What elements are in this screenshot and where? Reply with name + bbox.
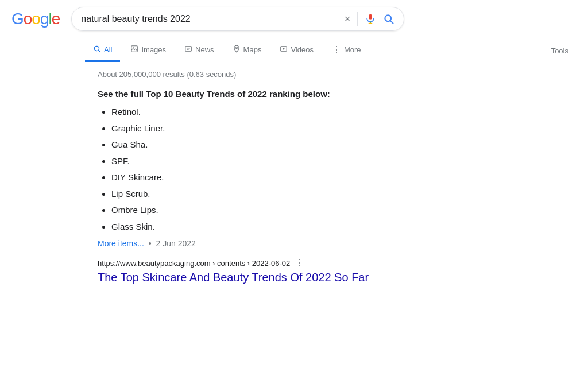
images-icon [130,45,138,55]
list-item: Graphic Liner. [111,122,419,136]
results-area: About 205,000,000 results (0.63 seconds)… [0,63,431,296]
snippet-list: Retinol. Graphic Liner. Gua Sha. SPF. DI… [98,106,419,233]
more-dots-icon: ⋮ [332,44,341,55]
header: Google × [0,0,588,36]
list-item: Retinol. [111,106,419,119]
tab-images-label: Images [141,45,166,54]
tab-videos-label: Videos [291,45,314,54]
snippet-heading: See the full Top 10 Beauty Trends of 202… [98,89,419,99]
results-count: About 205,000,000 results (0.63 seconds) [98,70,419,79]
list-item: Gua Sha. [111,138,419,152]
result-url: https://www.beautypackaging.com › conten… [98,259,290,268]
logo-letter-e: e [52,10,60,28]
svg-marker-13 [283,48,285,50]
svg-line-3 [390,21,393,24]
tab-news-label: News [195,45,214,54]
logo-letter-o2: o [32,10,40,28]
all-icon [93,45,101,55]
logo-letter-g: G [11,10,24,28]
snippet-date: 2 Jun 2022 [156,239,196,248]
tab-images[interactable]: Images [122,39,174,62]
search-divider [357,12,358,26]
search-submit-icon[interactable] [383,13,394,25]
svg-rect-0 [369,14,372,20]
svg-point-11 [235,47,237,49]
tab-more-label: More [344,45,361,54]
logo-letter-g2: g [40,10,49,28]
tools-button[interactable]: Tools [543,41,577,61]
news-icon [184,45,192,55]
featured-snippet: See the full Top 10 Beauty Trends of 202… [98,89,419,248]
mic-icon[interactable] [365,13,376,25]
list-item: SPF. [111,155,419,168]
tab-more[interactable]: ⋮ More [324,38,369,63]
tab-maps[interactable]: Maps [225,39,270,62]
tab-news[interactable]: News [176,39,222,62]
logo-letter-o1: o [24,10,32,28]
tab-videos[interactable]: Videos [272,39,322,62]
svg-line-5 [99,51,100,52]
search-input[interactable] [81,14,338,24]
dot-separator: • [149,239,152,248]
google-logo[interactable]: Google [11,10,60,28]
tab-all-label: All [104,45,112,54]
nav-tabs: All Images News Maps Videos ⋮ More Tools [0,36,588,63]
logo-text: Google [11,10,60,28]
tab-all[interactable]: All [85,39,120,62]
result-options-icon[interactable]: ⋮ [295,258,304,268]
result-url-line: https://www.beautypackaging.com › conten… [98,258,419,268]
list-item: DIY Skincare. [111,171,419,184]
svg-rect-8 [185,47,192,51]
result-item-1: https://www.beautypackaging.com › conten… [98,258,419,285]
svg-rect-6 [131,46,138,52]
search-icons: × [345,12,395,26]
videos-icon [280,45,288,55]
clear-icon[interactable]: × [345,14,351,24]
search-bar[interactable]: × [71,7,404,31]
list-item: Ombre Lips. [111,204,419,217]
svg-point-7 [133,47,134,48]
result-title[interactable]: The Top Skincare And Beauty Trends Of 20… [98,271,369,284]
list-item: Glass Skin. [111,220,419,234]
maps-icon [233,45,241,55]
list-item: Lip Scrub. [111,188,419,201]
tab-maps-label: Maps [243,45,262,54]
more-items-link[interactable]: More items... [98,239,144,248]
tools-section: Tools [543,41,577,61]
